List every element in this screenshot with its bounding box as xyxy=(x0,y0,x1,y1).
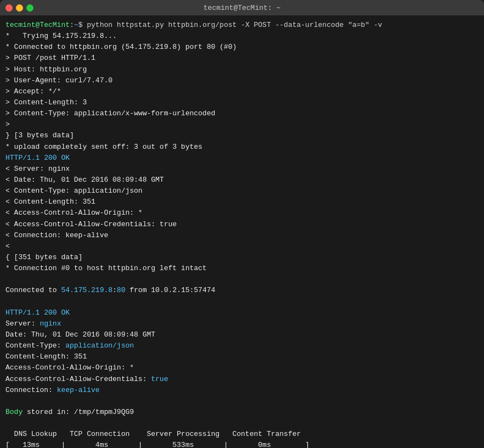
terminal-line: Connection: keep-alive xyxy=(5,385,479,396)
terminal-line: * upload completely sent off: 3 out of 3… xyxy=(5,142,479,153)
terminal-line: Content-Type: application/json xyxy=(5,340,479,351)
terminal-line: Access-Control-Allow-Origin: * xyxy=(5,362,479,373)
terminal-line: > xyxy=(5,119,479,130)
terminal-line: Date: Thu, 01 Dec 2016 08:09:48 GMT xyxy=(5,329,479,340)
terminal-line: > Accept: */* xyxy=(5,86,479,97)
terminal-line: { [351 bytes data] xyxy=(5,252,479,263)
close-button[interactable] xyxy=(5,4,13,12)
terminal-line: HTTP/1.1 200 OK xyxy=(5,153,479,164)
minimize-button[interactable] xyxy=(16,4,23,12)
terminal-line: < Date: Thu, 01 Dec 2016 08:09:48 GMT xyxy=(5,175,479,186)
terminal-line xyxy=(5,396,479,407)
terminal-line xyxy=(5,274,479,285)
terminal-line: * Trying 54.175.219.8... xyxy=(5,31,479,42)
terminal-line: < xyxy=(5,241,479,252)
terminal-line: Access-Control-Allow-Credentials: true xyxy=(5,374,479,385)
terminal-line: DNS Lookup TCP Connection Server Process… xyxy=(5,429,479,440)
terminal-line xyxy=(5,418,479,429)
terminal-line: < Access-Control-Allow-Origin: * xyxy=(5,208,479,219)
terminal-line: Body stored in: /tmp/tmpmJ9QG9 xyxy=(5,407,479,418)
window-title: tecmint@TecMint: ~ xyxy=(204,4,280,12)
terminal-line: > Content-Length: 3 xyxy=(5,97,479,108)
terminal-line xyxy=(5,296,479,307)
terminal-line: > Host: httpbin.org xyxy=(5,64,479,75)
terminal-line: < Access-Control-Allow-Credentials: true xyxy=(5,219,479,230)
terminal-line: < Content-Length: 351 xyxy=(5,197,479,208)
terminal-line: * Connected to httpbin.org (54.175.219.8… xyxy=(5,42,479,53)
title-bar: tecmint@TecMint: ~ xyxy=(0,0,484,15)
terminal-line: HTTP/1.1 200 OK xyxy=(5,307,479,318)
terminal-line: < Content-Type: application/json xyxy=(5,186,479,197)
terminal-line: Server: nginx xyxy=(5,318,479,329)
terminal-output[interactable]: tecmint@TecMint:~$ python httpstat.py ht… xyxy=(0,15,484,448)
terminal-line: > POST /post HTTP/1.1 xyxy=(5,53,479,64)
terminal-line: > User-Agent: curl/7.47.0 xyxy=(5,75,479,86)
terminal-line: * Connection #0 to host httpbin.org left… xyxy=(5,263,479,274)
window-controls[interactable] xyxy=(5,4,33,12)
terminal-line: Content-Length: 351 xyxy=(5,351,479,362)
terminal-line: [ 13ms | 4ms | 533ms | 0ms ] xyxy=(5,440,479,448)
terminal-line: < Connection: keep-alive xyxy=(5,230,479,241)
terminal-line: tecmint@TecMint:~$ python httpstat.py ht… xyxy=(5,20,479,31)
terminal-line: } [3 bytes data] xyxy=(5,130,479,141)
terminal-line: > Content-Type: application/x-www-form-u… xyxy=(5,108,479,119)
terminal-line: Connected to 54.175.219.8:80 from 10.0.2… xyxy=(5,285,479,296)
terminal-line: < Server: nginx xyxy=(5,164,479,175)
maximize-button[interactable] xyxy=(26,4,33,12)
